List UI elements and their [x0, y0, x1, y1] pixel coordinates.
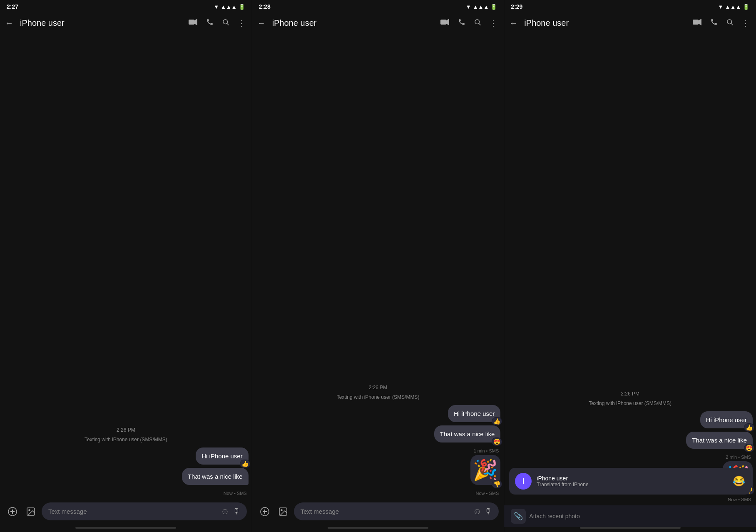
gallery-button-1[interactable] [23, 504, 38, 519]
signal-icon-3: ▲▲▲ [725, 4, 741, 10]
signal-icon-1: ▲▲▲ [221, 4, 237, 10]
contact-name-1: iPhone user [20, 18, 182, 28]
contact-name-3: iPhone user [524, 18, 686, 28]
message-row-3-2: That was a nice like 😍 [507, 432, 753, 449]
bubble-wrapper-2-2: That was a nice like 😍 [434, 425, 501, 443]
attach-label: Attach recent photo [529, 513, 579, 520]
sms-label-3: Texting with iPhone user (SMS/MMS) [507, 400, 753, 406]
emoji-button-1[interactable]: ☺ [221, 507, 229, 516]
battery-icon-3: 🔋 [743, 4, 749, 10]
status-icons-1: ▼ ▲▲▲ 🔋 [214, 4, 245, 10]
video-call-button-3[interactable] [689, 15, 705, 31]
message-row-3-1: Hi iPhone user 👍 [507, 411, 753, 428]
timestamp-3: 2:26 PM [507, 390, 753, 397]
msg-meta-1-2: Now • SMS [3, 491, 247, 496]
app-header-1: ← iPhone user ⋮ [0, 12, 252, 35]
chat-area-2: 2:26 PM Texting with iPhone user (SMS/MM… [252, 35, 504, 499]
reaction-badge-3-2: 😍 [744, 444, 754, 452]
more-button-1[interactable]: ⋮ [234, 15, 249, 31]
reaction-badge-2-3: 👎 [492, 480, 502, 488]
message-row-1-2: That was a nice like [3, 468, 249, 485]
svg-marker-10 [446, 19, 449, 25]
bubble-wrapper-3-1: Hi iPhone user 👍 [700, 411, 753, 428]
chat-area-3: 2:26 PM Texting with iPhone user (SMS/MM… [504, 35, 756, 505]
msg-meta-3-2: 2 min • SMS [507, 455, 751, 460]
text-input-1[interactable]: Text message ☺ 🎙 [42, 502, 247, 520]
svg-point-8 [29, 510, 30, 511]
search-button-1[interactable] [219, 15, 233, 31]
search-button-3[interactable] [723, 15, 737, 31]
phone-screen-3: 2:29 ▼ ▲▲▲ 🔋 ← iPhone user ⋮ [504, 0, 756, 532]
text-input-2[interactable]: Text message ☺ 🎙 [294, 502, 499, 520]
contact-name-2: iPhone user [272, 18, 434, 28]
back-button-1[interactable]: ← [2, 15, 17, 31]
message-row-1-1: Hi iPhone user 👍 [3, 447, 249, 465]
mic-button-2[interactable]: 🎙 [485, 507, 492, 516]
video-call-button-2[interactable] [437, 15, 453, 31]
back-button-2[interactable]: ← [254, 15, 269, 31]
reaction-badge-2-2: 😍 [492, 438, 502, 446]
sms-label-1: Texting with iPhone user (SMS/MMS) [3, 437, 249, 443]
bubble-wrapper-1-1: Hi iPhone user 👍 [196, 447, 248, 465]
status-icons-3: ▼ ▲▲▲ 🔋 [718, 4, 749, 10]
gallery-button-2[interactable] [276, 504, 291, 519]
svg-point-11 [475, 20, 480, 24]
header-icons-1: ⋮ [185, 15, 249, 31]
notif-emoji: 😂 [733, 475, 745, 487]
emoji-button-2[interactable]: ☺ [473, 507, 481, 516]
video-call-button-1[interactable] [185, 15, 201, 31]
notif-avatar: I [515, 473, 532, 490]
notif-title: iPhone user [537, 475, 728, 482]
message-bubble-3-2[interactable]: That was a nice like [686, 432, 753, 449]
status-time-3: 2:29 [511, 3, 522, 10]
phone-screen-1: 2:27 ▼ ▲▲▲ 🔋 ← iPhone user ⋮ [0, 0, 252, 532]
header-icons-3: ⋮ [689, 15, 753, 31]
app-header-2: ← iPhone user ⋮ [252, 12, 504, 35]
status-time-1: 2:27 [7, 3, 18, 10]
phone-call-button-2[interactable] [455, 15, 469, 31]
phone-call-button-3[interactable] [707, 15, 721, 31]
status-bar-2: 2:28 ▼ ▲▲▲ 🔋 [252, 0, 504, 12]
search-button-2[interactable] [470, 15, 485, 31]
phone-screen-2: 2:28 ▼ ▲▲▲ 🔋 ← iPhone user ⋮ [252, 0, 505, 532]
svg-line-12 [479, 23, 481, 25]
wifi-icon-3: ▼ [718, 4, 724, 10]
battery-icon-1: 🔋 [239, 4, 245, 10]
back-button-3[interactable]: ← [506, 15, 521, 31]
svg-rect-9 [440, 20, 446, 25]
status-bar-1: 2:27 ▼ ▲▲▲ 🔋 [0, 0, 252, 12]
message-row-2-1: Hi iPhone user 👍 [256, 405, 501, 422]
bubble-wrapper-3-2: That was a nice like 😍 [686, 432, 753, 449]
message-bubble-1-2[interactable]: That was a nice like [182, 468, 249, 485]
svg-rect-18 [693, 20, 699, 25]
svg-point-2 [223, 20, 228, 24]
svg-rect-0 [189, 20, 194, 25]
status-icons-2: ▼ ▲▲▲ 🔋 [466, 4, 497, 10]
signal-icon-2: ▲▲▲ [473, 4, 489, 10]
notif-content: iPhone user Translated from iPhone [537, 475, 728, 487]
more-button-2[interactable]: ⋮ [486, 15, 500, 31]
bubble-wrapper-1-2: That was a nice like [182, 468, 249, 485]
bubble-wrapper-2-3: 🎉 👎 [470, 455, 500, 485]
message-bubble-2-2[interactable]: That was a nice like [434, 425, 501, 443]
header-icons-2: ⋮ [437, 15, 500, 31]
attach-recent-row[interactable]: 📎 Attach recent photo [504, 505, 756, 527]
add-button-2[interactable] [257, 504, 272, 519]
msg-meta-3-3: Now • SMS [507, 497, 751, 502]
input-area-1: Text message ☺ 🎙 [0, 499, 252, 527]
add-button-1[interactable] [5, 504, 20, 519]
more-button-3[interactable]: ⋮ [739, 15, 753, 31]
status-time-2: 2:28 [259, 3, 271, 10]
svg-marker-19 [699, 19, 701, 25]
svg-marker-1 [194, 19, 197, 25]
input-right-1: ☺ 🎙 [221, 507, 240, 516]
msg-meta-2-3: Now • SMS [256, 491, 499, 496]
mic-button-1[interactable]: 🎙 [233, 507, 240, 516]
message-row-2-2: That was a nice like 😍 [256, 425, 501, 443]
app-header-3: ← iPhone user ⋮ [504, 12, 756, 35]
msg-meta-2-2: 1 min • SMS [256, 448, 499, 453]
notification-toast[interactable]: I iPhone user Translated from iPhone 😂 [509, 468, 751, 495]
notif-subtitle: Translated from iPhone [537, 482, 728, 487]
input-area-2: Text message ☺ 🎙 [252, 499, 504, 527]
phone-call-button-1[interactable] [203, 15, 217, 31]
